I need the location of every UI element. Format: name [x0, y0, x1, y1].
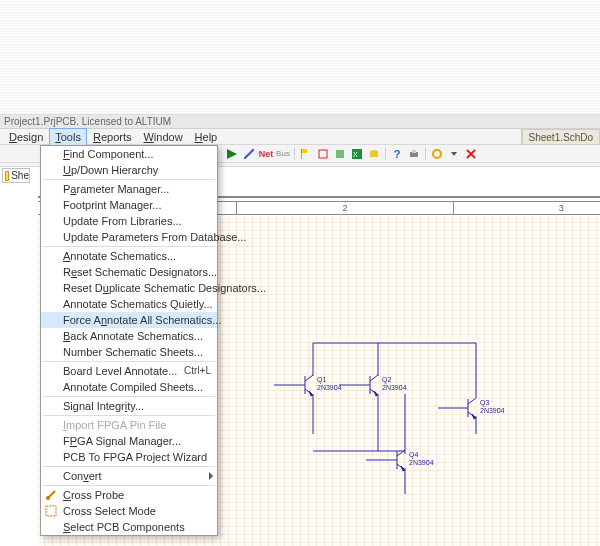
desig-q2-part: 2N3904 [382, 384, 407, 391]
svg-line-1 [244, 149, 254, 159]
svg-rect-49 [46, 506, 56, 516]
menu-item-resetdup[interactable]: Reset Duplicate Schematic Designators... [41, 280, 217, 296]
menu-tools[interactable]: Tools [49, 128, 87, 146]
svg-point-12 [433, 150, 441, 158]
svg-marker-0 [227, 149, 237, 159]
svg-marker-46 [401, 466, 405, 471]
title-bar: Project1.PrjPCB. Licensed to ALTIUM [0, 115, 600, 129]
menu-item-annotq[interactable]: Annotate Schematics Quietly... [41, 296, 217, 312]
menu-separator [43, 466, 215, 467]
menu-separator [43, 485, 215, 486]
tb-run-icon[interactable] [224, 147, 240, 161]
svg-marker-34 [309, 391, 313, 396]
menu-separator [43, 246, 215, 247]
document-tabs: Sheet1.SchDo [521, 129, 601, 145]
tb-sep-icon [385, 148, 386, 160]
doc-tab-sheet1[interactable]: Sheet1.SchDo [522, 129, 601, 145]
tb-bus-icon[interactable]: Bus [275, 147, 291, 161]
tb-xls-icon[interactable]: X [349, 147, 365, 161]
tb-sep-icon [425, 148, 426, 160]
tools-dropdown: Find Component...Up/Down HierarchyParame… [40, 145, 218, 536]
desig-q2-ref: Q2 [382, 376, 391, 384]
menu-item-numbersh[interactable]: Number Schematic Sheets... [41, 344, 217, 360]
tb-sheet-icon[interactable] [332, 147, 348, 161]
menu-reports[interactable]: Reports [87, 129, 138, 145]
svg-rect-4 [319, 150, 327, 158]
menu-bar: Design Tools Reports Window Help [0, 129, 600, 145]
tb-rect-icon[interactable] [315, 147, 331, 161]
menu-item-backann[interactable]: Back Annotate Schematics... [41, 328, 217, 344]
tb-net-icon[interactable]: Net [258, 147, 274, 161]
menu-item-crossprobe[interactable]: Cross Probe [41, 487, 217, 503]
menu-item-param[interactable]: Parameter Manager... [41, 181, 217, 197]
menu-item-annotcomp[interactable]: Annotate Compiled Sheets... [41, 379, 217, 395]
menu-item-annot[interactable]: Annotate Schematics... [41, 248, 217, 264]
svg-rect-9 [370, 152, 378, 157]
tb-close-icon[interactable] [463, 147, 479, 161]
menu-item-footprint[interactable]: Footprint Manager... [41, 197, 217, 213]
menu-item-upddb[interactable]: Update Parameters From Database... [41, 229, 217, 245]
menu-item-convert[interactable]: Convert [41, 468, 217, 484]
sheet-icon [5, 171, 9, 181]
sheet-tab[interactable]: She [2, 168, 30, 183]
submenu-arrow-icon [209, 472, 213, 480]
menu-item-find[interactable]: Find Component... [41, 146, 217, 162]
menu-item-fpgasig[interactable]: FPGA Signal Manager... [41, 433, 217, 449]
tb-wire-icon[interactable] [241, 147, 257, 161]
menu-item-forceann[interactable]: Force Annotate All Schematics... [41, 312, 217, 328]
tb-flag-icon[interactable] [298, 147, 314, 161]
desig-q3-ref: Q3 [480, 399, 489, 407]
menu-item-selpcb[interactable]: Select PCB Components [41, 519, 217, 535]
title-text: Project1.PrjPCB. Licensed to ALTIUM [4, 116, 171, 127]
svg-point-48 [46, 496, 50, 500]
svg-rect-2 [301, 149, 307, 153]
menu-window[interactable]: Window [137, 129, 188, 145]
menu-item-boardlvl[interactable]: Board Level Annotate...Ctrl+L [41, 363, 217, 379]
menu-help[interactable]: Help [189, 129, 224, 145]
probe-icon [44, 488, 58, 502]
menu-shortcut: Ctrl+L [184, 363, 211, 379]
menu-separator [43, 179, 215, 180]
menu-item-updown[interactable]: Up/Down Hierarchy [41, 162, 217, 178]
desig-q4-ref: Q4 [409, 451, 418, 459]
svg-line-40 [468, 398, 476, 404]
menu-separator [43, 396, 215, 397]
select-icon [44, 504, 58, 518]
svg-text:X: X [353, 151, 358, 158]
desig-q4-part: 2N3904 [409, 459, 434, 466]
desig-q3-part: 2N3904 [480, 407, 505, 414]
desig-q1-part: 2N3904 [317, 384, 342, 391]
svg-marker-38 [374, 391, 378, 396]
svg-marker-13 [451, 152, 457, 156]
svg-marker-42 [472, 414, 476, 419]
menu-item-crosssel[interactable]: Cross Select Mode [41, 503, 217, 519]
svg-line-36 [370, 375, 378, 381]
svg-line-32 [305, 375, 313, 381]
menu-item-resetdes[interactable]: Reset Schematic Designators... [41, 264, 217, 280]
tb-ring-icon[interactable] [429, 147, 445, 161]
svg-rect-11 [412, 150, 416, 153]
menu-item-pcbtofpga[interactable]: PCB To FPGA Project Wizard [41, 449, 217, 465]
svg-rect-5 [336, 150, 344, 158]
tb-dropdown-icon[interactable] [446, 147, 462, 161]
menu-separator [43, 415, 215, 416]
left-tab-strip: She [2, 168, 32, 184]
window-top-chrome [0, 0, 600, 115]
menu-item-impfpga: Import FPGA Pin File [41, 417, 217, 433]
tb-db-icon[interactable] [366, 147, 382, 161]
menu-design[interactable]: Design [3, 129, 49, 145]
menu-item-sigint[interactable]: Signal Integrity... [41, 398, 217, 414]
tb-print-icon[interactable] [406, 147, 422, 161]
desig-q1-ref: Q1 [317, 376, 326, 384]
menu-separator [43, 361, 215, 362]
tb-sep-icon [294, 148, 295, 160]
menu-item-updlib[interactable]: Update From Libraries... [41, 213, 217, 229]
tb-help-icon[interactable]: ? [389, 147, 405, 161]
sheet-tab-label: She [11, 170, 29, 181]
